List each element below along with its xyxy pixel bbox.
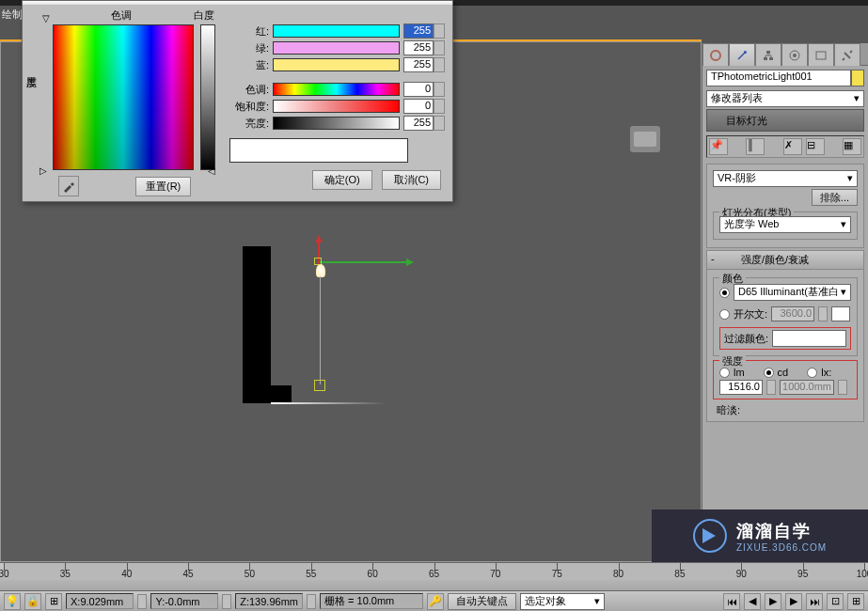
val-spinner[interactable] [434, 116, 445, 131]
light-bulb-icon[interactable] [316, 264, 325, 277]
intensity-spinner[interactable] [766, 380, 776, 395]
object-name-input[interactable]: TPhotometricLight001 [706, 70, 851, 86]
grid-display: 栅格 = 10.0mm [320, 593, 423, 609]
kelvin-spinner [818, 306, 828, 321]
hue-slider[interactable] [273, 83, 400, 96]
lm-radio[interactable] [719, 368, 730, 378]
whiteness-slider[interactable] [200, 24, 215, 170]
show-end-result-button[interactable]: ║ [746, 138, 765, 155]
ok-button[interactable]: 确定(O) [312, 170, 372, 190]
z-input[interactable] [249, 596, 298, 607]
y-spinner[interactable] [222, 594, 231, 609]
red-slider[interactable] [273, 24, 400, 38]
hue2-label: 色调: [226, 83, 269, 97]
red-input[interactable]: 255 [403, 24, 434, 39]
tab-utilities[interactable] [834, 43, 860, 66]
sat-spinner[interactable] [434, 99, 445, 114]
hue-spinner[interactable] [434, 82, 445, 97]
side-title: 绘制 [2, 8, 23, 22]
x-coord-field[interactable]: X: [66, 593, 134, 609]
light-target[interactable] [314, 380, 325, 391]
x-spinner[interactable] [137, 594, 147, 609]
tick-label: 65 [429, 569, 439, 579]
status-bar: 💡 🔒 ⊞ X: Y: Z: 栅格 = 10.0mm 🔑 自动关键点 选定对象 … [0, 590, 868, 611]
tick-label: 50 [245, 569, 255, 579]
blue-spinner[interactable] [434, 57, 445, 72]
z-coord-field[interactable]: Z: [235, 593, 303, 609]
remove-modifier-button[interactable]: ⊟ [806, 138, 825, 155]
key-filter-dropdown[interactable]: 选定对象 [520, 593, 605, 610]
reset-button[interactable]: 重置(R) [135, 177, 191, 196]
pin-stack-button[interactable]: 📌 [709, 138, 728, 155]
play-button[interactable]: ▶ [765, 593, 781, 610]
prev-frame-button[interactable]: ◀ [744, 593, 761, 610]
modifier-list-dropdown[interactable]: 修改器列表 [706, 90, 864, 107]
tick-label: 95 [797, 569, 808, 579]
illuminant-radio[interactable] [719, 288, 730, 298]
viewport-nav-button[interactable]: ⊡ [827, 593, 844, 610]
kelvin-swatch[interactable] [831, 306, 850, 321]
timeline[interactable]: 3035404550556065707580859095100 [0, 562, 868, 590]
configure-sets-button[interactable]: ▦ [843, 138, 861, 155]
red-spinner[interactable] [434, 24, 445, 39]
svg-rect-3 [769, 57, 773, 60]
exclude-button[interactable]: 排除... [812, 189, 858, 206]
scene-object[interactable] [243, 246, 384, 404]
transform-mode-button[interactable]: ⊞ [45, 593, 62, 610]
eyedropper-button[interactable] [58, 176, 79, 196]
whiteness-slider-handle[interactable]: ◁ [208, 165, 215, 176]
gizmo-x-axis[interactable] [318, 261, 412, 263]
kelvin-label: 开尔文: [734, 307, 767, 321]
green-slider[interactable] [273, 41, 400, 55]
lock-button[interactable]: 💡 [4, 593, 21, 610]
distribution-dropdown[interactable]: 光度学 Web [719, 216, 851, 233]
rollup-intensity-header[interactable]: - 强度/颜色/衰减 [707, 251, 863, 270]
tab-hierarchy[interactable] [755, 43, 781, 66]
val-input[interactable]: 255 [403, 116, 434, 131]
shadow-type-dropdown[interactable]: VR-阴影 [713, 170, 858, 187]
lx-radio[interactable] [807, 368, 817, 378]
filter-color-swatch[interactable] [772, 330, 846, 347]
make-unique-button[interactable]: ✗ [783, 138, 802, 155]
viewport-nav2-button[interactable]: ⊞ [847, 593, 864, 610]
tab-motion[interactable] [781, 43, 808, 66]
tab-modify[interactable] [729, 43, 755, 66]
filter-color-label: 过滤颜色: [724, 332, 768, 346]
hue-input[interactable]: 0 [403, 82, 434, 97]
svg-point-5 [793, 54, 797, 57]
blue-slider[interactable] [273, 58, 400, 71]
sat-slider[interactable] [273, 100, 400, 113]
sat-input[interactable]: 0 [403, 99, 434, 114]
next-frame-button[interactable]: ▶ [785, 593, 802, 610]
object-color-swatch[interactable] [851, 70, 864, 86]
goto-end-button[interactable]: ⏭ [806, 593, 823, 610]
distance-input: 1000.0mm [780, 380, 834, 395]
tab-create[interactable] [702, 43, 729, 66]
y-coord-field[interactable]: Y: [150, 593, 218, 609]
intensity-input[interactable]: 1516.0 [719, 380, 763, 395]
val-slider[interactable] [273, 117, 400, 130]
time-ruler[interactable]: 3035404550556065707580859095100 [4, 563, 864, 580]
red-label: 红: [226, 24, 269, 39]
tab-display[interactable] [808, 43, 834, 66]
blue-input[interactable]: 255 [403, 57, 434, 72]
z-spinner[interactable] [307, 594, 316, 609]
green-spinner[interactable] [434, 40, 445, 55]
green-input[interactable]: 255 [403, 40, 434, 55]
x-input[interactable] [80, 596, 129, 607]
modifier-stack-item[interactable]: 目标灯光 [706, 109, 864, 132]
cd-radio[interactable] [764, 368, 774, 378]
whiteness-label: 白度 [194, 8, 214, 23]
lock-selection-button[interactable]: 🔒 [24, 593, 41, 610]
goto-start-button[interactable]: ⏮ [723, 593, 740, 610]
svg-rect-6 [816, 52, 826, 59]
key-button[interactable]: 🔑 [427, 593, 444, 610]
hue-sat-field[interactable] [53, 24, 194, 170]
autokey-button[interactable]: 自动关键点 [448, 593, 516, 610]
kelvin-radio[interactable] [719, 309, 730, 320]
blackness-slider-handle[interactable]: ▷ [39, 165, 47, 176]
y-input[interactable] [165, 596, 213, 607]
hue-marker[interactable]: ▽ [42, 13, 50, 24]
cancel-button[interactable]: 取消(C) [382, 170, 441, 190]
illuminant-dropdown[interactable]: D65 Illuminant(基准白 [734, 284, 851, 301]
